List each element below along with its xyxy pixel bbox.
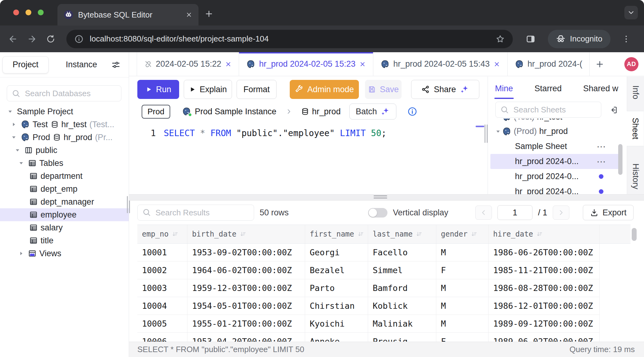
table-cell[interactable]: Maliniak [368,315,436,333]
table-row[interactable]: 100051955-01-21T00:00:00ZKyoichiMaliniak… [137,315,630,333]
table-cell[interactable]: 1986-12-01T00:00:00Z [489,297,600,315]
table-cell[interactable]: F [436,333,489,342]
table-cell[interactable]: M [436,244,489,261]
tree-item-dept_manager[interactable]: dept_manager [0,195,129,208]
table-cell[interactable]: 1986-06-26T00:00:00Z [489,244,600,261]
side-tab-history[interactable]: History [627,161,644,192]
filter-settings-icon[interactable] [111,60,121,70]
column-header-gender[interactable]: gender [436,225,489,243]
table-cell[interactable]: F [436,261,489,279]
url-bar[interactable]: localhost:8080/sql-editor/sheet/project-… [66,30,513,48]
avatar[interactable]: AD [624,57,638,71]
tab-project[interactable]: Project [2,56,49,73]
worksheet-tab-1[interactable]: 2024-02-05 15:22 [137,52,239,76]
tree-item-employee[interactable]: employee [0,208,129,221]
bookmark-star-icon[interactable] [496,34,505,44]
forward-button[interactable] [27,34,37,44]
caret-down-icon[interactable] [10,134,18,140]
sort-icon[interactable] [172,231,179,237]
export-button[interactable]: Export [583,205,634,220]
url-text[interactable]: localhost:8080/sql-editor/sheet/project-… [90,34,489,44]
results-scrollbar[interactable] [632,228,637,241]
table-row[interactable]: 100041954-05-01T00:00:00ZChirstianKoblic… [137,297,630,315]
table-cell[interactable]: Parto [305,279,368,297]
tree-item-title[interactable]: title [0,234,129,247]
sort-icon[interactable] [357,231,364,237]
search-databases-input[interactable] [7,85,121,101]
search-results-input[interactable] [137,205,254,221]
sql-editor[interactable]: 1 SELECT * FROM "public"."employee" LIMI… [129,121,488,194]
worksheet-tab-2[interactable]: hr_prod 2024-02-05 15:23 [239,52,373,76]
more-icon[interactable]: ⋯ [597,156,607,167]
worksheet-tab-3[interactable]: hr_prod 2024-02-05 15:43 [373,52,508,76]
tree-item-Sample Project[interactable]: Sample Project [0,105,129,118]
column-header-first_name[interactable]: first_name [305,225,368,243]
window-controls[interactable] [13,10,44,15]
share-button[interactable]: Share [411,80,479,99]
column-header-last_name[interactable]: last_name [368,225,436,243]
sort-icon[interactable] [416,231,422,237]
sql-statement[interactable]: SELECT * FROM "public"."employee" LIMIT … [164,128,387,138]
table-cell[interactable]: 10003 [137,279,187,297]
minimize-window-button[interactable] [26,10,31,15]
sheet-tab-starred[interactable]: Starred [535,84,562,93]
table-cell[interactable]: 1964-06-02T00:00:00Z [187,261,305,279]
table-cell[interactable]: Anneke [305,333,368,342]
table-cell[interactable]: 1986-08-28T00:00:00Z [489,279,600,297]
caret-down-icon[interactable] [17,160,25,166]
browser-tab[interactable]: Bytebase SQL Editor [57,4,198,26]
table-cell[interactable]: 1953-04-20T00:00:00Z [187,333,305,342]
column-header-emp_no[interactable]: emp_no [137,225,187,243]
prev-page-button[interactable] [475,206,492,220]
sheet-item-row[interactable]: hr_prod 2024-0...⋯ [490,154,622,169]
table-cell[interactable]: Kyoichi [305,315,368,333]
table-cell[interactable]: 1985-11-21T00:00:00Z [489,261,600,279]
instance-name[interactable]: Prod Sample Instance [195,107,277,116]
sheet-list-scrollbar[interactable] [618,144,622,175]
side-panel-icon[interactable] [526,34,536,44]
column-header-birth_date[interactable]: birth_date [187,225,305,243]
admin-mode-button[interactable]: Admin mode [290,80,359,99]
worksheet-tab-4[interactable]: hr_prod 2024-( [508,52,590,76]
caret-down-icon[interactable] [494,128,502,135]
sheet-tab-shared-w[interactable]: Shared w [583,84,618,93]
tree-item-public[interactable]: public [0,144,129,157]
sort-icon[interactable] [471,231,477,237]
table-cell[interactable]: 10001 [137,244,187,261]
site-info-icon[interactable] [74,34,84,44]
side-tab-info[interactable]: Info [627,81,644,104]
sheet-item-row[interactable]: Sample Sheet⋯ [490,139,622,154]
caret-right-icon[interactable] [10,121,18,128]
batch-button[interactable]: Batch [349,104,396,120]
divider-drag-handle[interactable] [374,195,387,198]
table-cell[interactable]: Koblick [368,297,436,315]
caret-down-icon[interactable] [6,108,14,115]
table-cell[interactable]: 1989-06-02T00:00:00Z [489,333,600,342]
results-divider[interactable] [129,194,644,201]
explain-button[interactable]: Explain [184,80,232,99]
table-cell[interactable]: Facello [368,244,436,261]
panel-resize-handle[interactable] [485,124,488,143]
sheet-item-row[interactable]: hr_prod 2024-0... [490,169,622,184]
sheet-group-row[interactable]: (Prod)hr_prod [490,124,622,139]
table-cell[interactable]: M [436,297,489,315]
search-sheets-input[interactable] [495,102,601,118]
table-row[interactable]: 100031959-12-03T00:00:00ZPartoBamfordM19… [137,279,630,297]
sheet-item-row[interactable]: hr_prod 2024-0... [490,184,622,194]
table-cell[interactable]: 1989-09-12T00:00:00Z [489,315,600,333]
table-row[interactable]: 100011953-09-02T00:00:00ZGeorgiFacelloM1… [137,244,630,261]
table-cell[interactable]: 10005 [137,315,187,333]
save-button[interactable]: Save [365,80,402,99]
table-cell[interactable]: 10004 [137,297,187,315]
table-cell[interactable]: 1959-12-03T00:00:00Z [187,279,305,297]
table-cell[interactable]: 10006 [137,333,187,342]
database-name[interactable]: hr_prod [312,107,341,116]
close-tab-icon[interactable] [186,11,192,18]
environment-chip[interactable]: Prod [142,105,170,119]
tree-item-Views[interactable]: Views [0,247,129,260]
table-row[interactable]: 100021964-06-02T00:00:00ZBezalelSimmelF1… [137,261,630,279]
zoom-window-button[interactable] [38,10,44,15]
tree-item-Tables[interactable]: Tables [0,157,129,170]
sort-icon[interactable] [536,231,543,237]
collapse-panel-icon[interactable] [609,105,618,115]
